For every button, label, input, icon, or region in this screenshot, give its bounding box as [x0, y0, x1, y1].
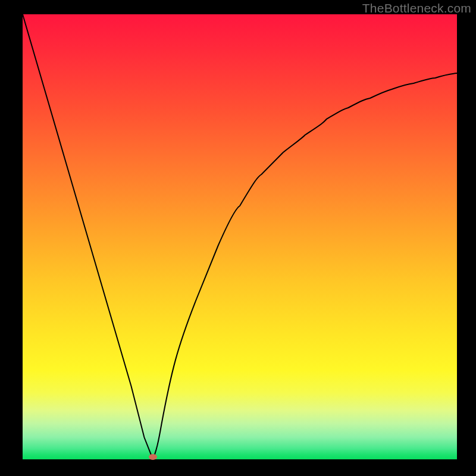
plot-area [23, 14, 457, 459]
bottleneck-curve [23, 14, 457, 459]
curve-right-branch [153, 73, 457, 459]
chart-frame: TheBottleneck.com [0, 0, 476, 476]
watermark-text: TheBottleneck.com [362, 1, 471, 15]
curve-left-branch [23, 14, 153, 459]
minimum-marker [149, 454, 157, 460]
